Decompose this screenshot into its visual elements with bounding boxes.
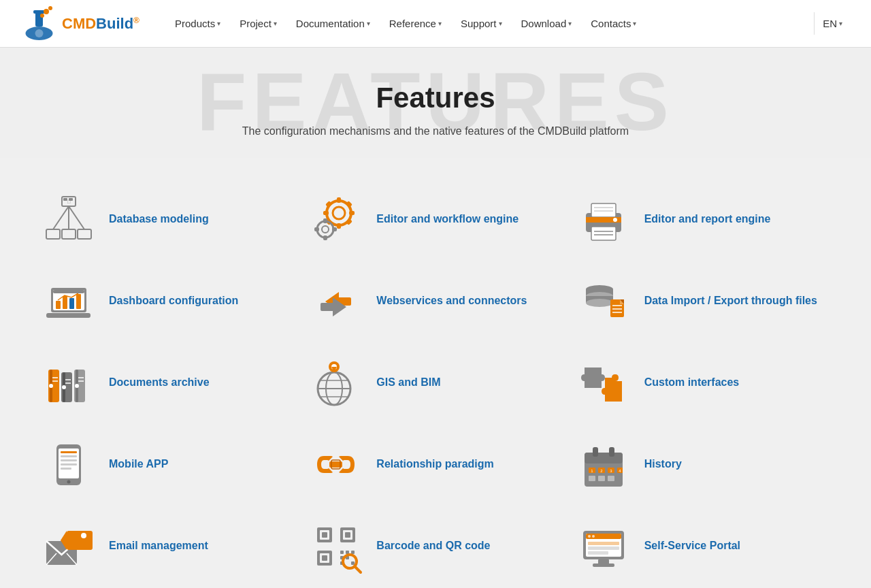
feature-label: GIS and BIM: [376, 375, 440, 390]
svg-point-5: [48, 6, 52, 10]
chevron-down-icon: ▾: [274, 20, 277, 27]
feature-label: Webservices and connectors: [376, 293, 527, 308]
svg-point-3: [40, 14, 44, 18]
feature-mobile-app[interactable]: Mobile APP: [41, 437, 295, 491]
svg-rect-94: [61, 463, 77, 466]
svg-rect-107: [598, 476, 605, 481]
svg-rect-21: [323, 211, 329, 215]
svg-point-90: [67, 480, 70, 483]
svg-rect-133: [351, 561, 355, 565]
editor-workflow-icon: [308, 192, 363, 246]
svg-rect-141: [586, 534, 621, 539]
feature-data-import[interactable]: Data Import / Export through files: [576, 274, 830, 328]
feature-email-mgmt[interactable]: Email management: [41, 519, 295, 573]
chevron-down-icon: ▾: [568, 20, 572, 27]
svg-rect-99: [585, 453, 623, 463]
nav-item-download[interactable]: Download ▾: [513, 12, 580, 35]
svg-point-28: [322, 226, 329, 233]
feature-label: Editor and workflow engine: [376, 212, 519, 227]
svg-point-58: [586, 299, 613, 307]
feature-self-service[interactable]: Self-Service Portal: [576, 519, 830, 573]
feature-editor-workflow[interactable]: Editor and workflow engine: [308, 192, 562, 246]
nav-item-documentation[interactable]: Documentation ▾: [288, 12, 378, 35]
svg-point-18: [333, 207, 345, 219]
svg-rect-24: [346, 201, 352, 208]
feature-label: Database modeling: [109, 212, 209, 227]
svg-rect-10: [62, 229, 76, 239]
feature-label: Relationship paradigm: [376, 457, 493, 472]
logo-cmd: CMD: [62, 15, 96, 32]
custom-interfaces-icon: [576, 355, 631, 410]
mobile-app-icon: [41, 437, 95, 491]
svg-rect-48: [76, 294, 81, 309]
svg-point-73: [75, 384, 79, 388]
svg-rect-124: [345, 532, 350, 538]
language-selector[interactable]: EN ▾: [814, 12, 851, 35]
svg-rect-145: [588, 546, 619, 550]
svg-rect-116: [67, 531, 93, 550]
hero-subtitle: The configuration mechanisms and the nat…: [197, 125, 674, 137]
feature-history[interactable]: 1 2 3 4 History: [576, 437, 830, 491]
svg-rect-47: [69, 298, 74, 309]
feature-db-modeling[interactable]: □ Database modeling: [41, 192, 295, 246]
svg-point-142: [588, 535, 591, 538]
svg-rect-34: [591, 203, 616, 217]
history-icon: 1 2 3 4: [576, 437, 631, 491]
nav-item-contacts[interactable]: Contacts ▾: [582, 12, 644, 35]
svg-rect-32: [332, 227, 337, 231]
svg-rect-35: [591, 227, 616, 240]
nav-links: Products ▾ Project ▾ Documentation ▾ Ref…: [167, 12, 808, 35]
feature-label: Email management: [109, 538, 208, 553]
svg-point-41: [613, 218, 617, 222]
svg-line-14: [69, 206, 84, 229]
feature-gis-bim[interactable]: GIS and BIM: [308, 355, 562, 410]
nav-item-project[interactable]: Project ▾: [231, 12, 285, 35]
logo[interactable]: CMDBuild®: [20, 5, 139, 42]
svg-rect-49: [53, 290, 84, 293]
svg-rect-95: [61, 468, 71, 470]
feature-dashboard[interactable]: Dashboard configuration: [41, 274, 295, 328]
feature-barcode[interactable]: Barcode and QR code: [308, 519, 562, 573]
chevron-down-icon: ▾: [633, 20, 636, 27]
svg-rect-140: [593, 564, 614, 567]
svg-rect-9: [46, 229, 60, 239]
svg-rect-22: [349, 211, 355, 215]
svg-rect-31: [314, 227, 319, 231]
feature-custom-interfaces[interactable]: Custom interfaces: [576, 355, 830, 410]
svg-point-67: [49, 384, 53, 388]
gis-bim-icon: [308, 355, 363, 410]
feature-label: Documents archive: [109, 375, 210, 390]
page-title: Features: [41, 82, 830, 114]
chevron-down-icon: ▾: [367, 20, 370, 27]
nav-item-products[interactable]: Products ▾: [167, 12, 229, 35]
feature-label: Barcode and QR code: [376, 538, 490, 553]
svg-rect-11: [78, 229, 91, 239]
nav-item-reference[interactable]: Reference ▾: [381, 12, 450, 35]
svg-rect-29: [323, 218, 327, 223]
feature-label: Dashboard configuration: [109, 293, 238, 308]
nav-item-support[interactable]: Support ▾: [453, 12, 510, 35]
svg-rect-101: [609, 447, 614, 457]
feature-editor-report[interactable]: Editor and report engine: [576, 192, 830, 246]
svg-rect-108: [608, 476, 614, 481]
feature-webservices[interactable]: Webservices and connectors: [308, 274, 562, 328]
svg-rect-23: [325, 201, 332, 208]
chevron-down-icon: ▾: [217, 20, 220, 27]
svg-rect-53: [321, 303, 334, 311]
svg-rect-42: [46, 313, 91, 318]
chevron-down-icon: ▾: [499, 20, 502, 27]
chevron-down-icon: ▾: [438, 20, 442, 27]
svg-rect-100: [593, 447, 598, 457]
database-modeling-icon: □: [41, 192, 95, 246]
svg-rect-93: [61, 459, 77, 461]
svg-point-143: [592, 535, 595, 538]
feature-relationship[interactable]: Relationship paradigm: [308, 437, 562, 491]
features-grid: □ Database modeling: [0, 158, 871, 588]
email-management-icon: [41, 519, 95, 573]
documents-icon: [41, 355, 95, 410]
svg-rect-106: [589, 476, 595, 481]
feature-documents[interactable]: Documents archive: [41, 355, 295, 410]
svg-rect-19: [337, 197, 341, 203]
svg-rect-92: [61, 455, 77, 457]
svg-line-136: [355, 566, 361, 572]
